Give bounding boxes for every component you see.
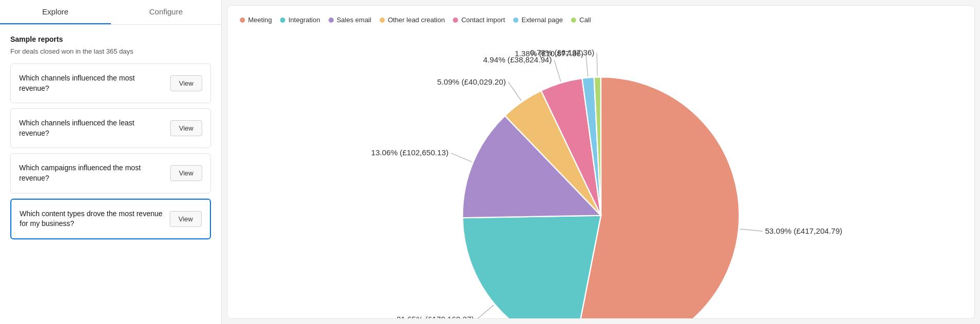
legend-dot-call	[571, 18, 576, 23]
chart-area: 53.09% (£417,204.79)21.65% (£170,169.27)…	[240, 29, 962, 319]
report-text-2: Which channels influenced the least reve…	[19, 118, 164, 138]
label-text-integration: 21.65% (£170,169.27)	[397, 315, 474, 319]
tab-bar: Explore Configure	[0, 0, 221, 25]
label-text-call: 0.78% (£6,137.36)	[530, 48, 595, 57]
report-text-1: Which channels influenced the most reven…	[19, 73, 164, 93]
legend-item-sales-email: Sales email	[329, 16, 371, 24]
legend-item-integration: Integration	[280, 16, 320, 24]
view-button-3[interactable]: View	[170, 165, 202, 181]
legend-item-contact-import: Contact import	[453, 16, 505, 24]
label-text-other-lead: 5.09% (£40,029.20)	[437, 77, 506, 86]
legend-label-call: Call	[579, 16, 591, 24]
legend-label-contact-import: Contact import	[461, 16, 505, 24]
label-text-meeting: 53.09% (£417,204.79)	[765, 226, 842, 235]
report-text-4: Which content types drove the most reven…	[20, 209, 164, 229]
legend-dot-external-page	[513, 18, 518, 23]
report-card-3: Which campaigns influenced the most reve…	[10, 153, 211, 193]
chart-legend: Meeting Integration Sales email Other le…	[240, 16, 962, 24]
label-line-sales-email	[451, 153, 472, 162]
legend-item-call: Call	[571, 16, 591, 24]
view-button-1[interactable]: View	[170, 75, 202, 91]
pie-segment-integration	[463, 216, 601, 319]
legend-label-meeting: Meeting	[248, 16, 272, 24]
pie-chart-svg: 53.09% (£417,204.79)21.65% (£170,169.27)…	[240, 29, 962, 319]
legend-dot-other-lead	[380, 18, 385, 23]
view-button-4[interactable]: View	[170, 211, 202, 227]
legend-item-meeting: Meeting	[240, 16, 272, 24]
main-content: Meeting Integration Sales email Other le…	[227, 5, 975, 319]
legend-label-other-lead: Other lead creation	[388, 16, 445, 24]
legend-item-other-lead: Other lead creation	[380, 16, 445, 24]
report-text-3: Which campaigns influenced the most reve…	[19, 163, 164, 183]
view-button-2[interactable]: View	[170, 120, 202, 136]
label-text-sales-email: 13.06% (£102,650.13)	[371, 148, 448, 157]
label-line-integration	[476, 305, 494, 319]
legend-label-external-page: External page	[521, 16, 563, 24]
label-line-other-lead	[508, 82, 521, 101]
section-title: Sample reports	[10, 35, 211, 43]
label-line-call	[597, 53, 597, 76]
tab-configure[interactable]: Configure	[111, 0, 222, 24]
legend-label-integration: Integration	[288, 16, 320, 24]
sidebar: Explore Configure Sample reports For dea…	[0, 0, 222, 324]
legend-dot-sales-email	[329, 18, 334, 23]
label-line-meeting	[740, 229, 762, 231]
report-card-2: Which channels influenced the least reve…	[10, 108, 211, 148]
legend-dot-contact-import	[453, 18, 458, 23]
tab-explore[interactable]: Explore	[0, 0, 111, 24]
sidebar-body: Sample reports For deals closed won in t…	[0, 25, 221, 324]
report-card-1: Which channels influenced the most reven…	[10, 63, 211, 103]
legend-dot-meeting	[240, 18, 245, 23]
label-line-external-page	[586, 54, 588, 76]
legend-dot-integration	[280, 18, 285, 23]
legend-label-sales-email: Sales email	[337, 16, 371, 24]
report-card-4: Which content types drove the most reven…	[10, 199, 211, 239]
legend-item-external-page: External page	[513, 16, 563, 24]
section-subtitle: For deals closed won in the last 365 day…	[10, 47, 211, 55]
label-line-contact-import	[554, 60, 561, 82]
